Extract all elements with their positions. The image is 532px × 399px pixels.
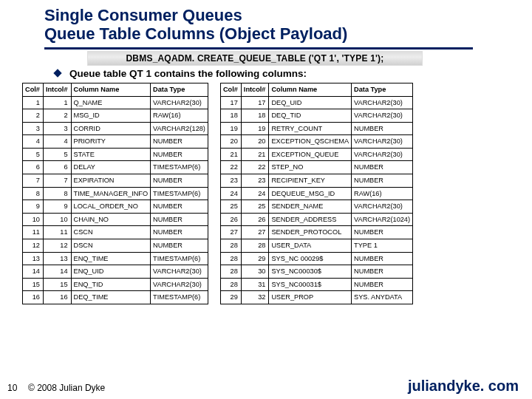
th-name: Column Name [71,83,151,97]
cell-col: 28 [220,278,241,291]
table-row: 1111CSCNNUMBER [23,226,208,239]
cell-intcol: 15 [43,278,71,291]
cell-type: NUMBER [151,148,208,161]
cell-intcol: 14 [43,265,71,279]
cell-col: 28 [220,252,241,265]
cell-type: VARCHAR2(128) [151,122,208,135]
cell-type: TIMESTAMP(6) [151,291,208,304]
cell-name: RETRY_COUNT [269,122,352,135]
table-row: 1414ENQ_UIDVARCHAR2(30) [23,265,208,279]
cell-type: RAW(16) [151,109,208,123]
title-rule [44,47,473,50]
table-row: 2828USER_DATATYPE 1 [220,239,412,252]
cell-type: VARCHAR2(30) [352,96,413,109]
cell-intcol: 21 [241,148,269,161]
cell-col: 7 [23,174,44,188]
cell-col: 13 [23,252,44,265]
cell-name: CSCN [71,226,151,239]
cell-col: 14 [23,265,44,279]
table-row: 1212DSCNNUMBER [23,239,208,252]
cell-intcol: 4 [43,135,71,149]
cell-type: VARCHAR2(30) [151,265,208,279]
cell-intcol: 8 [43,187,71,200]
table-row: 2831SYS_NC00031$NUMBER [220,278,412,291]
cell-type: NUMBER [352,161,413,174]
cell-type: NUMBER [151,135,208,149]
cell-name: MSG_ID [71,109,151,123]
cell-intcol: 24 [241,187,269,200]
title-line-2: Queue Table Columns (Object Payload) [44,24,488,43]
cell-name: EXCEPTION_QUEUE [269,148,352,161]
cell-col: 21 [220,148,241,161]
table-row: 2727SENDER_PROTOCOLNUMBER [220,226,412,239]
cell-name: STEP_NO [269,161,352,174]
cell-name: DELAY [71,161,151,174]
sql-box: DBMS_AQADM. CREATE_QUEUE_TABLE ('QT 1', … [87,51,423,66]
cell-type: NUMBER [151,213,208,226]
cell-type: NUMBER [151,239,208,252]
table-row: 1919RETRY_COUNTNUMBER [220,122,412,135]
bullet-text: Queue table QT 1 contains the following … [69,68,307,79]
table-row: 2525SENDER_NAMEVARCHAR2(30) [220,200,412,214]
table-row: 1313ENQ_TIMETIMESTAMP(6) [23,252,208,265]
cell-intcol: 19 [241,122,269,135]
cell-type: TYPE 1 [352,239,413,252]
cell-col: 26 [220,213,241,226]
table-row: 33CORRIDVARCHAR2(128) [23,122,208,135]
cell-name: PRIORITY [71,135,151,149]
cell-type: NUMBER [151,200,208,214]
cell-col: 24 [220,187,241,200]
cell-intcol: 13 [43,252,71,265]
cell-col: 9 [23,200,44,214]
sql-text: DBMS_AQADM. CREATE_QUEUE_TABLE ('QT 1', … [126,53,384,64]
table-row: 2424DEQUEUE_MSG_IDRAW(16) [220,187,412,200]
cell-type: VARCHAR2(30) [151,278,208,291]
cell-type: SYS. ANYDATA [352,291,413,304]
cell-intcol: 32 [241,291,269,304]
table-row: 55STATENUMBER [23,148,208,161]
cell-col: 29 [220,291,241,304]
cell-col: 18 [220,109,241,123]
cell-intcol: 16 [43,291,71,304]
table-row: 99LOCAL_ORDER_NONUMBER [23,200,208,214]
page-number: 10 [7,383,17,393]
cell-type: NUMBER [352,265,413,279]
cell-intcol: 28 [241,239,269,252]
table-row: 2626SENDER_ADDRESSVARCHAR2(1024) [220,213,412,226]
cell-name: STATE [71,148,151,161]
table-row: 2020EXCEPTION_QSCHEMAVARCHAR2(30) [220,135,412,149]
table-row: 1515ENQ_TIDVARCHAR2(30) [23,278,208,291]
cell-col: 11 [23,226,44,239]
cell-col: 19 [220,122,241,135]
cell-intcol: 6 [43,161,71,174]
columns-table-left: Col# Intcol# Column Name Data Type 11Q_N… [22,83,208,304]
cell-type: RAW(16) [352,187,413,200]
table-row: 1717DEQ_UIDVARCHAR2(30) [220,96,412,109]
table-row: 11Q_NAMEVARCHAR2(30) [23,96,208,109]
cell-type: NUMBER [352,226,413,239]
bullet-icon [53,69,61,77]
cell-intcol: 23 [241,174,269,188]
cell-col: 1 [23,96,44,109]
tables-area: Col# Intcol# Column Name Data Type 11Q_N… [22,83,510,304]
cell-intcol: 25 [241,200,269,214]
cell-col: 12 [23,239,44,252]
cell-type: VARCHAR2(30) [352,200,413,214]
th-intcol: Intcol# [241,83,269,97]
table-row: 2829SYS_NC 00029$NUMBER [220,252,412,265]
cell-col: 22 [220,161,241,174]
cell-name: USER_PROP [269,291,352,304]
table-row: 2830SYS_NC00030$NUMBER [220,265,412,279]
cell-col: 4 [23,135,44,149]
th-name: Column Name [269,83,352,97]
cell-type: TIMESTAMP(6) [151,252,208,265]
cell-name: SENDER_NAME [269,200,352,214]
cell-intcol: 5 [43,148,71,161]
table-row: 2121EXCEPTION_QUEUEVARCHAR2(30) [220,148,412,161]
cell-name: SYS_NC 00029$ [269,252,352,265]
cell-type: VARCHAR2(1024) [352,213,413,226]
cell-type: VARCHAR2(30) [352,148,413,161]
cell-name: SYS_NC00030$ [269,265,352,279]
cell-intcol: 3 [43,122,71,135]
table-row: 2323RECIPIENT_KEYNUMBER [220,174,412,188]
